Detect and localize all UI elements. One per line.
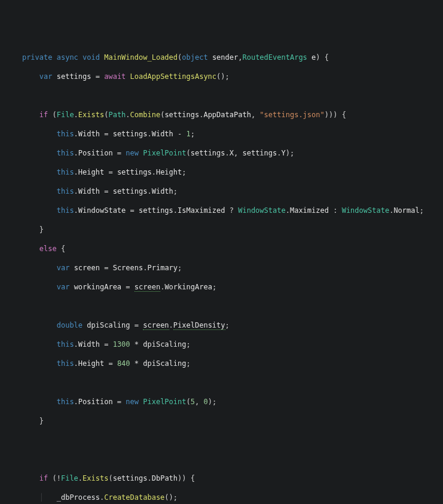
code-line: else { [5,244,443,253]
code-line: } [5,225,443,234]
code-line: this.Position = new PixelPoint(5, 0); [5,397,443,407]
code-line: var workingArea = screen.WorkingArea; [5,282,443,292]
code-line: this.Height = settings.Height; [5,167,443,177]
code-line: if (!File.Exists(settings.DbPath)) { [5,474,443,483]
code-line: double dpiScaling = screen.PixelDensity; [5,320,443,330]
code-line: private async void MainWindow_Loaded(obj… [5,53,443,62]
code-line: } [5,416,443,426]
code-line: var screen = Screens.Primary; [5,263,443,273]
code-line: var settings = await LoadAppSettingsAsyn… [5,72,443,81]
code-line: this.WindowState = settings.IsMaximized … [5,206,443,215]
code-line: this.Position = new PixelPoint(settings.… [5,148,443,158]
code-line: this.Width = settings.Width; [5,187,443,196]
code-line: this.Width = 1300 * dpiScaling; [5,340,443,349]
code-line: this.Height = 840 * dpiScaling; [5,359,443,368]
code-editor[interactable]: private async void MainWindow_Loaded(obj… [0,38,443,504]
code-line: if (File.Exists(Path.Combine(settings.Ap… [5,110,443,120]
code-line: │ _dbProcess.CreateDatabase(); [5,493,443,502]
code-line: this.Width = settings.Width - 1; [5,129,443,139]
